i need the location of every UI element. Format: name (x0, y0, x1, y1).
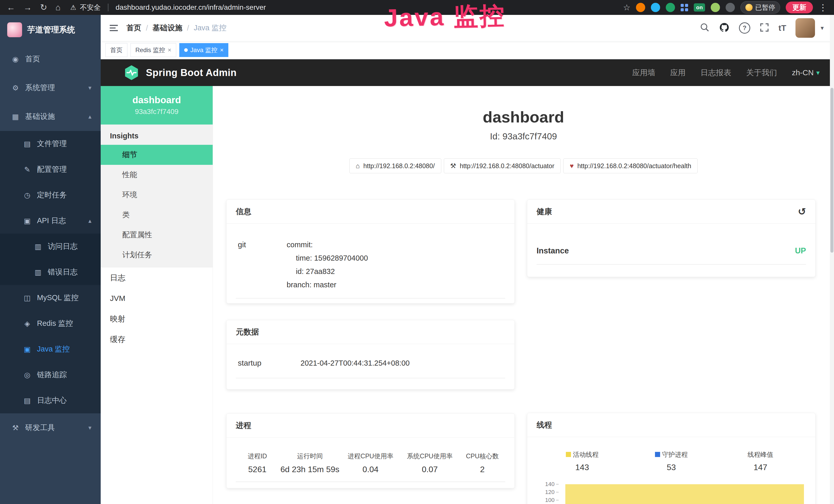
sba-menu-environment[interactable]: 环境 (101, 185, 213, 205)
security-label: 不安全 (80, 3, 101, 12)
help-icon[interactable]: ? (739, 22, 750, 33)
scrollbar[interactable] (830, 15, 834, 504)
document-icon: ▥ (34, 243, 43, 251)
instance-header[interactable]: dashboard 93a3fc7f7409 (101, 86, 213, 124)
spring-boot-admin-logo (123, 65, 140, 81)
sidebar-item-error-logs[interactable]: ▥ 错误日志 (0, 259, 101, 285)
chevron-down-icon: ▾ (88, 84, 91, 91)
reload-icon[interactable]: ↻ (40, 0, 47, 15)
chevron-down-icon: ▾ (88, 424, 91, 431)
update-button[interactable]: 更新 (786, 2, 813, 13)
sidebar-item-redis-monitor[interactable]: ◈ Redis 监控 (0, 311, 101, 336)
scrollbar-thumb[interactable] (830, 88, 833, 253)
breadcrumb-separator: / (187, 24, 189, 32)
instance-url-button[interactable]: ⌂ http://192.168.0.2:48080/ (349, 158, 441, 173)
extensions-puzzle-icon[interactable] (726, 3, 735, 12)
sidebar-item-java-monitor[interactable]: ▣ Java 监控 (0, 336, 101, 362)
url-text: dashboard.yudao.iocoder.cn/infra/admin-s… (115, 3, 266, 12)
github-icon[interactable] (719, 22, 730, 34)
sba-menu-cache[interactable]: 缓存 (101, 329, 213, 350)
address-bar[interactable]: ⚠ 不安全 dashboard.yudao.iocoder.cn/infra/a… (70, 3, 266, 12)
sidebar-item-access-logs[interactable]: ▥ 访问日志 (0, 234, 101, 259)
sba-nav-wallboard[interactable]: 应用墙 (632, 68, 655, 78)
extension-grid-icon[interactable] (681, 4, 688, 11)
process-values: 5261 6d 23h 15m 59s 0.04 0.07 2 (236, 464, 505, 482)
text-size-icon[interactable]: tT (778, 23, 786, 33)
extension-leaf-icon[interactable] (711, 3, 720, 12)
health-url-button[interactable]: ♥ http://192.168.0.2:48080/actuator/heal… (563, 158, 698, 173)
avatar-caret-icon[interactable]: ▾ (821, 24, 824, 31)
process-card-title: 进程 (226, 414, 514, 437)
browser-menu-icon[interactable]: ⋮ (818, 2, 827, 13)
left-column: 信息 git commit: time: 1596289704000 id: 2… (226, 200, 515, 488)
sba-menu-scheduled-tasks[interactable]: 计划任务 (101, 245, 213, 265)
paused-badge[interactable]: 已暂停 (741, 1, 780, 14)
sidebar-item-mysql-monitor[interactable]: ◫ MySQL 监控 (0, 285, 101, 311)
search-icon[interactable] (700, 23, 710, 33)
avatar[interactable] (795, 18, 815, 38)
sidebar-item-home[interactable]: ◉ 首页 (0, 45, 101, 73)
forward-icon[interactable]: → (23, 0, 32, 15)
process-headers: 进程ID 运行时间 进程CPU使用率 系统CPU使用率 CPU核心数 (226, 437, 514, 460)
database-icon: ◫ (23, 294, 32, 302)
extension-on-badge[interactable]: on (694, 3, 705, 12)
back-icon[interactable]: ← (7, 0, 15, 15)
sba-nav-journal[interactable]: 日志报表 (700, 68, 731, 78)
history-icon[interactable]: ↺ (798, 206, 806, 217)
extension-fox-icon[interactable] (636, 3, 645, 12)
gear-icon: ⚙ (11, 84, 20, 92)
hamburger-icon[interactable] (108, 23, 119, 33)
process-id: 5261 (236, 464, 279, 475)
sidebar-item-infrastructure[interactable]: ▦ 基础设施 ▴ (0, 102, 101, 131)
threads-card-title: 线程 (527, 413, 815, 437)
sidebar-item-system-mgmt[interactable]: ⚙ 系统管理 ▾ (0, 73, 101, 102)
sidebar-item-file-mgmt[interactable]: ▤ 文件管理 (0, 131, 101, 157)
extension-drop-icon[interactable] (651, 3, 660, 12)
breadcrumb-infrastructure[interactable]: 基础设施 (153, 23, 182, 33)
sba-menu-logs[interactable]: 日志 (101, 268, 213, 288)
sba-title: Spring Boot Admin (146, 67, 237, 78)
tag-java-monitor[interactable]: Java 监控 × (179, 43, 228, 57)
sba-menu-jvm[interactable]: JVM (101, 288, 213, 308)
log-icon: ▤ (23, 396, 32, 405)
sidebar-item-scheduled-jobs[interactable]: ◷ 定时任务 (0, 182, 101, 208)
clock-icon: ◷ (23, 191, 32, 200)
sidebar-item-tracing[interactable]: ◎ 链路追踪 (0, 362, 101, 388)
sba-nav-about[interactable]: 关于我们 (746, 68, 777, 78)
sidebar-item-log-center[interactable]: ▤ 日志中心 (0, 388, 101, 413)
breadcrumb-home[interactable]: 首页 (126, 23, 141, 33)
extension-sync-icon[interactable] (666, 3, 675, 12)
yellow-swatch (566, 452, 571, 457)
sba-nav-applications[interactable]: 应用 (670, 68, 685, 78)
wrench-icon: ⚒ (450, 162, 456, 170)
instance-id: 93a3fc7f7409 (135, 108, 178, 116)
insights-label: Insights (101, 124, 213, 145)
sba-menu-mappings[interactable]: 映射 (101, 308, 213, 329)
sba-menu-performance[interactable]: 性能 (101, 165, 213, 185)
close-icon[interactable]: × (168, 46, 171, 54)
tag-home[interactable]: 首页 (105, 43, 127, 57)
main-area: 首页 / 基础设施 / Java 监控 ? (101, 15, 834, 504)
metadata-card: 元数据 startup 2021-04-27T00:44:31.254+08:0… (226, 320, 515, 389)
system-cpu: 0.07 (400, 464, 460, 475)
instance-label: Instance (536, 246, 569, 255)
git-key: git (236, 238, 287, 292)
actuator-url-button[interactable]: ⚒ http://192.168.0.2:48080/actuator (444, 158, 561, 173)
infrastructure-icon: ▦ (11, 112, 20, 121)
sidebar-item-api-logs[interactable]: ▣ API 日志 ▴ (0, 208, 101, 234)
chevron-down-icon: ▾ (816, 69, 820, 77)
bookmark-star-icon[interactable]: ☆ (623, 3, 631, 12)
legend-live-threads: 活动线程 143 (537, 450, 627, 473)
sidebar-item-dev-tools[interactable]: ⚒ 研发工具 ▾ (0, 413, 101, 442)
browser-home-icon[interactable]: ⌂ (56, 0, 61, 15)
sba-menu-details[interactable]: 细节 (101, 145, 213, 165)
sba-menu-config-props[interactable]: 配置属性 (101, 225, 213, 245)
chart-area-series (565, 484, 804, 504)
sba-menu-classes[interactable]: 类 (101, 205, 213, 225)
fullscreen-icon[interactable] (760, 23, 769, 33)
tag-redis-monitor[interactable]: Redis 监控 × (130, 43, 176, 57)
close-icon[interactable]: × (220, 46, 223, 54)
brand: 芋道管理系统 (0, 15, 101, 45)
locale-select[interactable]: zh-CN ▾ (792, 68, 820, 77)
sidebar-item-config-mgmt[interactable]: ✎ 配置管理 (0, 157, 101, 182)
